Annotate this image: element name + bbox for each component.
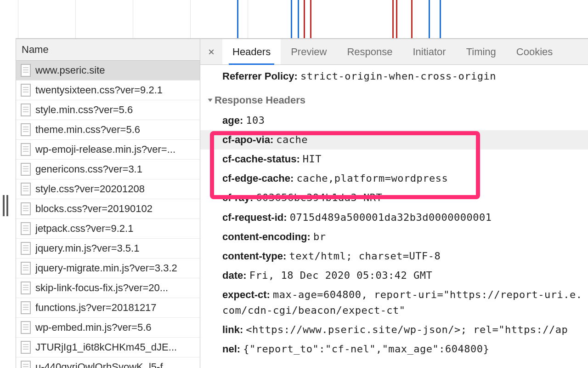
- request-name: u-440qyriQwlOrhSvowK_l5-f...: [35, 361, 171, 368]
- request-row[interactable]: jetpack.css?ver=9.2.1: [16, 219, 200, 239]
- header-row: cf-edge-cache: cache,platform=wordpress: [200, 169, 588, 188]
- request-list[interactable]: www.pseric.sitetwentysixteen.css?ver=9.2…: [16, 61, 200, 368]
- file-icon: [21, 301, 31, 314]
- request-row[interactable]: skip-link-focus-fix.js?ver=20...: [16, 278, 200, 298]
- tab-timing[interactable]: Timing: [456, 39, 506, 64]
- request-row[interactable]: wp-embed.min.js?ver=5.6: [16, 318, 200, 338]
- request-name: jquery-migrate.min.js?ver=3.3.2: [35, 262, 177, 274]
- file-icon: [21, 321, 31, 334]
- header-row: date: Fri, 18 Dec 2020 05:03:42 GMT: [200, 266, 588, 285]
- waterfall-timeline: [16, 0, 588, 39]
- tab-initiator[interactable]: Initiator: [402, 39, 456, 64]
- file-icon: [21, 183, 31, 196]
- file-icon: [21, 84, 31, 97]
- file-icon: [21, 282, 31, 294]
- file-icon: [21, 163, 31, 176]
- request-name: twentysixteen.css?ver=9.2.1: [35, 84, 163, 96]
- header-row: content-encoding: br: [200, 227, 588, 247]
- chevron-down-icon: [208, 99, 213, 102]
- file-icon: [21, 222, 31, 235]
- request-row[interactable]: wp-emoji-release.min.js?ver=...: [16, 140, 200, 160]
- request-row[interactable]: style.min.css?ver=5.6: [16, 100, 200, 120]
- request-name: theme.min.css?ver=5.6: [35, 124, 140, 136]
- file-icon: [21, 104, 31, 116]
- request-name: wp-emoji-release.min.js?ver=...: [35, 144, 175, 155]
- detail-panel: × HeadersPreviewResponseInitiatorTimingC…: [200, 39, 588, 368]
- header-row: cf-ray: 603656bc394b1da3-NRT: [200, 188, 588, 207]
- request-row[interactable]: twentysixteen.css?ver=9.2.1: [16, 80, 200, 100]
- tab-cookies[interactable]: Cookies: [506, 39, 563, 64]
- request-name: genericons.css?ver=3.1: [35, 163, 142, 175]
- file-icon: [21, 143, 31, 156]
- header-row: expect-ct: max-age=604800, report-uri="h…: [200, 285, 588, 320]
- request-name: style.min.css?ver=5.6: [35, 104, 133, 116]
- request-row[interactable]: functions.js?ver=20181217: [16, 298, 200, 318]
- request-name: JTURjIg1_i6t8kCHKm45_dJE...: [35, 341, 177, 353]
- request-row[interactable]: JTURjIg1_i6t8kCHKm45_dJE...: [16, 338, 200, 357]
- header-row: age: 103: [200, 111, 588, 130]
- header-row: Referrer Policy: strict-origin-when-cros…: [200, 67, 588, 86]
- drag-handle-icon[interactable]: [3, 195, 9, 216]
- headers-content: Referrer Policy: strict-origin-when-cros…: [200, 65, 588, 368]
- request-name: wp-embed.min.js?ver=5.6: [35, 322, 152, 334]
- request-row[interactable]: jquery-migrate.min.js?ver=3.3.2: [16, 259, 200, 278]
- header-row: cf-request-id: 0715d489a500001da32b3d000…: [200, 208, 588, 227]
- file-icon: [21, 361, 31, 368]
- request-row[interactable]: style.css?ver=20201208: [16, 179, 200, 199]
- header-row: cf-apo-via: cache: [200, 130, 588, 150]
- request-row[interactable]: www.pseric.site: [16, 61, 200, 80]
- file-icon: [21, 202, 31, 215]
- request-row[interactable]: theme.min.css?ver=5.6: [16, 120, 200, 140]
- request-list-panel: Name www.pseric.sitetwentysixteen.css?ve…: [16, 39, 200, 368]
- header-row: content-type: text/html; charset=UTF-8: [200, 247, 588, 266]
- tab-preview[interactable]: Preview: [281, 39, 337, 64]
- request-name: www.pseric.site: [35, 64, 105, 76]
- request-row[interactable]: blocks.css?ver=20190102: [16, 199, 200, 219]
- tab-headers[interactable]: Headers: [222, 39, 281, 64]
- file-icon: [21, 123, 31, 136]
- request-name: functions.js?ver=20181217: [35, 302, 157, 314]
- request-row[interactable]: jquery.min.js?ver=3.5.1: [16, 239, 200, 259]
- file-icon: [21, 242, 31, 255]
- header-row: cf-cache-status: HIT: [200, 150, 588, 169]
- header-row: nel: {"report_to":"cf-nel","max_age":604…: [200, 339, 588, 359]
- request-row[interactable]: genericons.css?ver=3.1: [16, 160, 200, 179]
- request-list-header: Name: [16, 39, 200, 61]
- request-name: style.css?ver=20201208: [35, 183, 145, 195]
- response-headers-section[interactable]: Response Headers: [200, 86, 588, 111]
- request-name: jquery.min.js?ver=3.5.1: [35, 242, 139, 254]
- tab-response[interactable]: Response: [337, 39, 402, 64]
- close-icon[interactable]: ×: [200, 39, 222, 64]
- request-row[interactable]: u-440qyriQwlOrhSvowK_l5-f...: [16, 357, 200, 368]
- file-icon: [21, 64, 31, 77]
- request-name: skip-link-focus-fix.js?ver=20...: [35, 282, 168, 294]
- request-name: jetpack.css?ver=9.2.1: [35, 223, 133, 235]
- detail-tab-bar: × HeadersPreviewResponseInitiatorTimingC…: [200, 39, 588, 65]
- request-name: blocks.css?ver=20190102: [35, 203, 153, 215]
- file-icon: [21, 341, 31, 354]
- file-icon: [21, 262, 31, 275]
- left-gutter: [0, 39, 16, 368]
- header-row: link: <https://www.pseric.site/wp-json/>…: [200, 320, 588, 339]
